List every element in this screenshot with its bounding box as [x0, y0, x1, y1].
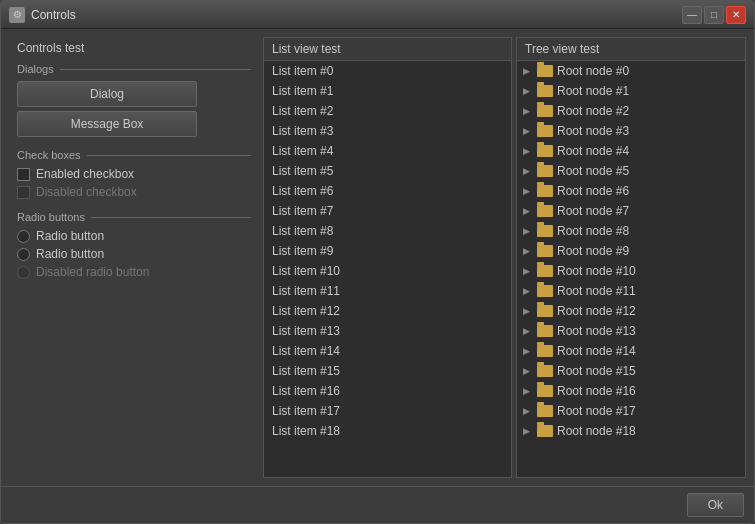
- list-item[interactable]: List item #11: [264, 281, 511, 301]
- tree-item[interactable]: ▶Root node #1: [517, 81, 745, 101]
- tree-arrow-icon: ▶: [523, 426, 533, 436]
- list-item[interactable]: List item #10: [264, 261, 511, 281]
- tree-item[interactable]: ▶Root node #8: [517, 221, 745, 241]
- list-item[interactable]: List item #16: [264, 381, 511, 401]
- list-header: List view test: [264, 38, 511, 61]
- list-item[interactable]: List item #2: [264, 101, 511, 121]
- tree-header: Tree view test: [517, 38, 745, 61]
- radio-item-2[interactable]: Radio button: [17, 247, 251, 261]
- list-item[interactable]: List item #6: [264, 181, 511, 201]
- tree-item[interactable]: ▶Root node #15: [517, 361, 745, 381]
- tree-item[interactable]: ▶Root node #2: [517, 101, 745, 121]
- disabled-checkbox: [17, 186, 30, 199]
- tree-item-label: Root node #4: [557, 144, 629, 158]
- folder-icon: [537, 305, 553, 317]
- radio-circle-2[interactable]: [17, 248, 30, 261]
- tree-arrow-icon: ▶: [523, 346, 533, 356]
- tree-item-label: Root node #10: [557, 264, 636, 278]
- disabled-checkbox-item: Disabled checkbox: [17, 185, 251, 199]
- tree-item[interactable]: ▶Root node #16: [517, 381, 745, 401]
- tree-arrow-icon: ▶: [523, 126, 533, 136]
- tree-item[interactable]: ▶Root node #18: [517, 421, 745, 441]
- list-item[interactable]: List item #17: [264, 401, 511, 421]
- list-item[interactable]: List item #18: [264, 421, 511, 441]
- minimize-button[interactable]: —: [682, 6, 702, 24]
- list-item[interactable]: List item #14: [264, 341, 511, 361]
- tree-arrow-icon: ▶: [523, 326, 533, 336]
- radio-label-2: Radio button: [36, 247, 104, 261]
- radio-circle-1[interactable]: [17, 230, 30, 243]
- tree-arrow-icon: ▶: [523, 366, 533, 376]
- folder-icon: [537, 345, 553, 357]
- list-item[interactable]: List item #12: [264, 301, 511, 321]
- tree-item-label: Root node #11: [557, 284, 636, 298]
- bottom-bar: Ok: [1, 486, 754, 523]
- tree-item[interactable]: ▶Root node #14: [517, 341, 745, 361]
- radio-label-disabled: Disabled radio button: [36, 265, 149, 279]
- radio-item-1[interactable]: Radio button: [17, 229, 251, 243]
- folder-icon: [537, 85, 553, 97]
- tree-item[interactable]: ▶Root node #7: [517, 201, 745, 221]
- radio-circle-disabled: [17, 266, 30, 279]
- tree-item[interactable]: ▶Root node #13: [517, 321, 745, 341]
- list-content[interactable]: List item #0List item #1List item #2List…: [264, 61, 511, 477]
- list-item[interactable]: List item #0: [264, 61, 511, 81]
- folder-icon: [537, 265, 553, 277]
- enabled-checkbox-item[interactable]: Enabled checkbox: [17, 167, 251, 181]
- tree-item[interactable]: ▶Root node #5: [517, 161, 745, 181]
- enabled-checkbox[interactable]: [17, 168, 30, 181]
- tree-arrow-icon: ▶: [523, 306, 533, 316]
- tree-item-label: Root node #9: [557, 244, 629, 258]
- tree-arrow-icon: ▶: [523, 166, 533, 176]
- tree-item[interactable]: ▶Root node #6: [517, 181, 745, 201]
- checkboxes-label: Check boxes: [17, 149, 251, 161]
- list-item[interactable]: List item #8: [264, 221, 511, 241]
- list-item[interactable]: List item #4: [264, 141, 511, 161]
- tree-item[interactable]: ▶Root node #10: [517, 261, 745, 281]
- tree-item-label: Root node #2: [557, 104, 629, 118]
- radio-label: Radio buttons: [17, 211, 251, 223]
- radio-label-1: Radio button: [36, 229, 104, 243]
- content-area: Controls test Dialogs Dialog Message Box…: [1, 29, 754, 486]
- list-item[interactable]: List item #9: [264, 241, 511, 261]
- folder-icon: [537, 125, 553, 137]
- folder-icon: [537, 225, 553, 237]
- tree-content[interactable]: ▶Root node #0▶Root node #1▶Root node #2▶…: [517, 61, 745, 477]
- tree-item-label: Root node #0: [557, 64, 629, 78]
- tree-arrow-icon: ▶: [523, 246, 533, 256]
- tree-item[interactable]: ▶Root node #3: [517, 121, 745, 141]
- dialogs-label: Dialogs: [17, 63, 251, 75]
- list-item[interactable]: List item #5: [264, 161, 511, 181]
- maximize-button[interactable]: □: [704, 6, 724, 24]
- tree-item[interactable]: ▶Root node #9: [517, 241, 745, 261]
- folder-icon: [537, 405, 553, 417]
- left-panel: Controls test Dialogs Dialog Message Box…: [9, 37, 259, 478]
- tree-item-label: Root node #15: [557, 364, 636, 378]
- tree-arrow-icon: ▶: [523, 406, 533, 416]
- tree-item[interactable]: ▶Root node #17: [517, 401, 745, 421]
- list-item[interactable]: List item #1: [264, 81, 511, 101]
- close-button[interactable]: ✕: [726, 6, 746, 24]
- titlebar-buttons: — □ ✕: [682, 6, 746, 24]
- folder-icon: [537, 205, 553, 217]
- folder-icon: [537, 65, 553, 77]
- list-item[interactable]: List item #3: [264, 121, 511, 141]
- ok-button[interactable]: Ok: [687, 493, 744, 517]
- tree-item-label: Root node #16: [557, 384, 636, 398]
- message-box-button[interactable]: Message Box: [17, 111, 197, 137]
- window-title: Controls: [31, 8, 682, 22]
- tree-arrow-icon: ▶: [523, 206, 533, 216]
- list-panel: List view test List item #0List item #1L…: [263, 37, 512, 478]
- list-item[interactable]: List item #13: [264, 321, 511, 341]
- tree-item-label: Root node #17: [557, 404, 636, 418]
- tree-item[interactable]: ▶Root node #11: [517, 281, 745, 301]
- tree-item[interactable]: ▶Root node #12: [517, 301, 745, 321]
- tree-item[interactable]: ▶Root node #0: [517, 61, 745, 81]
- list-item[interactable]: List item #15: [264, 361, 511, 381]
- folder-icon: [537, 385, 553, 397]
- dialog-button[interactable]: Dialog: [17, 81, 197, 107]
- folder-icon: [537, 105, 553, 117]
- list-item[interactable]: List item #7: [264, 201, 511, 221]
- tree-item-label: Root node #5: [557, 164, 629, 178]
- tree-item[interactable]: ▶Root node #4: [517, 141, 745, 161]
